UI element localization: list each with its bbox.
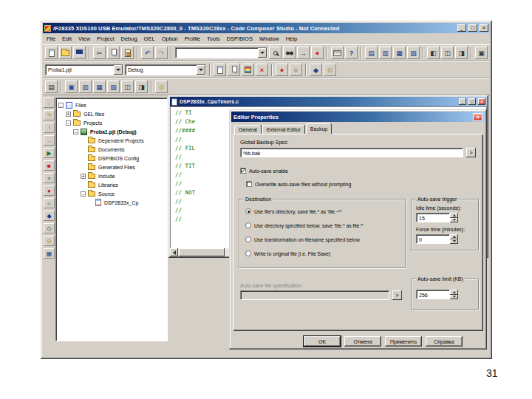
- tree-item-libraries[interactable]: Libraries: [56, 180, 167, 189]
- compile-file-button[interactable]: [214, 64, 226, 76]
- window-box-button[interactable]: ▣: [475, 47, 488, 59]
- global-backup-browse-button[interactable]: >: [466, 148, 476, 157]
- toggle-breakpoint-button[interactable]: ●: [276, 64, 288, 76]
- help-button[interactable]: ?: [345, 47, 358, 59]
- help-dialog-button[interactable]: Справка: [426, 336, 463, 347]
- halt-button[interactable]: ■: [44, 160, 55, 171]
- search-combo-dropdown[interactable]: [258, 48, 267, 58]
- apply-button[interactable]: Применить: [385, 336, 422, 347]
- expander-icon[interactable]: -: [66, 120, 71, 126]
- project-combo[interactable]: Proba1.pjt: [45, 64, 123, 75]
- find-prev-button[interactable]: ●: [311, 47, 324, 59]
- destination-radio-4[interactable]: [245, 250, 251, 256]
- profile-clock-button[interactable]: ⊙: [324, 64, 336, 76]
- build-config-combo[interactable]: Debug: [125, 64, 206, 75]
- properties-button[interactable]: ◨: [135, 81, 148, 93]
- project-combo-dropdown[interactable]: [114, 65, 123, 75]
- tree-item-generated-files[interactable]: Generated Files: [56, 163, 167, 171]
- editor-maximize-button[interactable]: □: [468, 98, 476, 105]
- step-out-button[interactable]: ↑: [44, 123, 55, 133]
- scroll-left-button[interactable]: [170, 248, 178, 256]
- expander-icon[interactable]: -: [81, 191, 86, 197]
- view-grid-button[interactable]: ▦: [393, 47, 406, 59]
- tab-general[interactable]: General: [234, 125, 262, 134]
- editor-titlebar[interactable]: DSP2833x_CpuTimers.c _ □ ×: [170, 97, 487, 106]
- menu-dspbios[interactable]: DSP/BIOS: [224, 35, 256, 43]
- ok-button[interactable]: OK: [304, 336, 341, 347]
- autosave-enable-checkbox[interactable]: ✓: [240, 168, 246, 174]
- document-outline-button[interactable]: ▤: [45, 81, 58, 93]
- view-list-button[interactable]: ▤: [365, 47, 378, 59]
- autosave-spec-browse-button[interactable]: >: [392, 290, 402, 300]
- tree-item-dspbios-config[interactable]: DSP/BIOS Config: [56, 154, 167, 163]
- destination-radio-1[interactable]: [245, 208, 251, 214]
- toggle-bookmark-button[interactable]: ▣: [65, 81, 78, 93]
- step-over-button[interactable]: ↷: [44, 110, 55, 120]
- limit-value[interactable]: 256: [416, 290, 450, 299]
- menu-option[interactable]: Option: [159, 35, 181, 43]
- profile-clock-side-button[interactable]: ⊙: [44, 236, 55, 246]
- view-cols-button[interactable]: ▥: [379, 47, 392, 59]
- find-next-button[interactable]: →: [297, 47, 310, 59]
- prev-bookmark-button[interactable]: ▦: [93, 81, 106, 93]
- menu-tools[interactable]: Tools: [204, 35, 223, 43]
- tab-backup[interactable]: Backup: [306, 123, 332, 134]
- tab-external-editor[interactable]: External Editor: [262, 125, 305, 134]
- project-combo-value[interactable]: Proba1.pjt: [46, 65, 114, 75]
- expander-icon[interactable]: +: [81, 174, 86, 179]
- editor-close-button[interactable]: ×: [478, 98, 485, 105]
- editor-minimize-button[interactable]: _: [459, 98, 466, 105]
- split-window-button[interactable]: ◫: [441, 47, 454, 59]
- copy-button[interactable]: [107, 47, 120, 59]
- step-into-button[interactable]: ↓: [44, 98, 55, 108]
- menu-file[interactable]: File: [44, 35, 58, 43]
- force-time-value[interactable]: 0: [416, 234, 450, 244]
- overwrite-checkbox[interactable]: [246, 181, 252, 187]
- new-file-button[interactable]: [45, 47, 58, 59]
- menu-debug[interactable]: Debug: [118, 35, 140, 43]
- idle-spin-down-button[interactable]: [450, 218, 458, 223]
- find-button[interactable]: [269, 47, 282, 59]
- toggle-breakpoint-side-button[interactable]: ●: [44, 185, 55, 196]
- mixed-mode-button[interactable]: ⊙: [155, 81, 168, 93]
- dialog-close-button[interactable]: ×: [473, 113, 482, 121]
- menu-view[interactable]: View: [75, 35, 93, 43]
- tree-item-gel-files[interactable]: + GEL files: [56, 109, 167, 118]
- destination-radio-2[interactable]: [245, 222, 251, 228]
- stop-build-button[interactable]: ×: [256, 64, 268, 76]
- redo-button[interactable]: ↷: [155, 47, 168, 59]
- scrollbar-thumb[interactable]: [179, 248, 225, 256]
- run-button[interactable]: ▶: [44, 148, 55, 158]
- clear-bookmarks-button[interactable]: ▧: [107, 81, 120, 93]
- menu-help[interactable]: Help: [283, 35, 300, 43]
- cut-button[interactable]: ✂: [93, 47, 106, 59]
- remove-breakpoints-button[interactable]: ○: [290, 64, 302, 76]
- view-mixed-button[interactable]: ▧: [407, 47, 420, 59]
- minimize-button[interactable]: _: [457, 24, 466, 32]
- incremental-build-button[interactable]: [228, 64, 240, 76]
- config-combo-dropdown[interactable]: [197, 65, 205, 75]
- tree-item-source[interactable]: - Source: [56, 189, 167, 198]
- window-list-button[interactable]: ◫: [121, 81, 134, 93]
- tree-item-documents[interactable]: Documents: [56, 145, 167, 154]
- global-backup-field[interactable]: %b.bak: [240, 148, 463, 157]
- next-bookmark-button[interactable]: ▥: [79, 81, 92, 93]
- force-spin-down-button[interactable]: [450, 239, 458, 245]
- tree-item-projects[interactable]: - Projects: [56, 118, 167, 127]
- rebuild-all-button[interactable]: [242, 64, 254, 76]
- clear-probes-button[interactable]: ◇: [44, 223, 55, 233]
- toggle-probe-button[interactable]: ◆: [310, 64, 322, 76]
- menu-gel[interactable]: GEL: [141, 35, 158, 43]
- split-left-button[interactable]: ◧: [427, 47, 440, 59]
- tree-item-source-file[interactable]: DSP2833x_Cp: [56, 198, 167, 207]
- expander-icon[interactable]: -: [58, 103, 64, 108]
- search-text-value[interactable]: [176, 48, 258, 58]
- toggle-probe-side-button[interactable]: ◆: [44, 211, 55, 221]
- maximize-button[interactable]: □: [468, 24, 477, 32]
- animate-button[interactable]: »: [44, 173, 55, 183]
- memory-view-button[interactable]: ▦: [44, 248, 55, 259]
- limit-spin-down-button[interactable]: [450, 295, 458, 300]
- search-text-combo[interactable]: [175, 47, 267, 58]
- expander-icon[interactable]: +: [66, 112, 71, 117]
- dialog-titlebar[interactable]: Editor Properties ×: [231, 112, 485, 122]
